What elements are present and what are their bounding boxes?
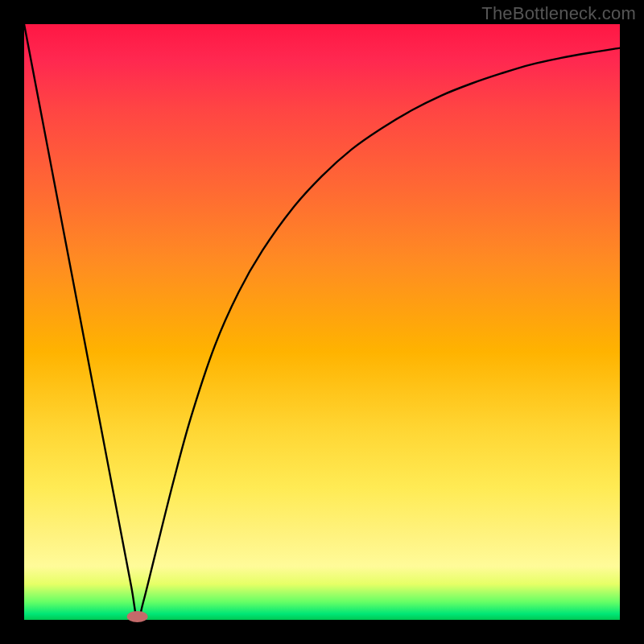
chart-svg: [24, 24, 620, 620]
optimum-marker: [127, 611, 148, 622]
plot-area: [24, 24, 620, 620]
bottleneck-curve: [24, 24, 620, 621]
watermark-text: TheBottleneck.com: [481, 3, 636, 24]
chart-frame: TheBottleneck.com: [0, 0, 644, 644]
